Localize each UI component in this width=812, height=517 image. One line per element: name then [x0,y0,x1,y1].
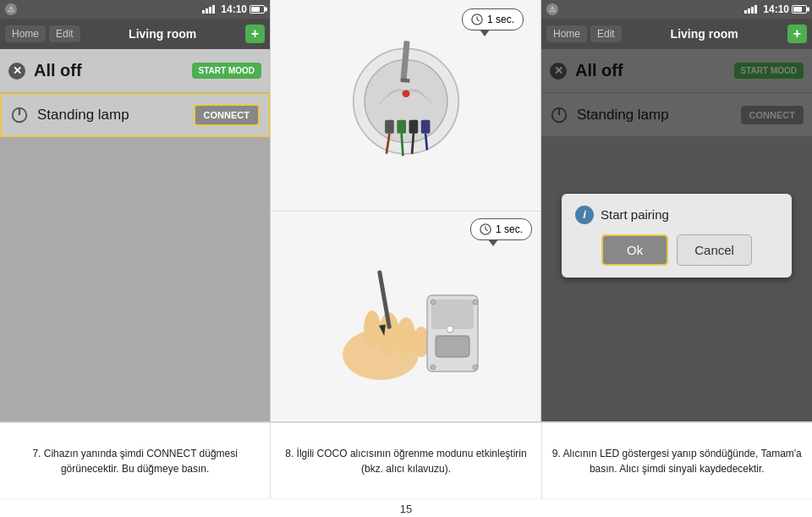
dialog-box: i Start pairing Ok Cancel [562,194,792,278]
svg-point-35 [431,365,436,370]
dialog-buttons: Ok Cancel [575,234,778,266]
svg-line-17 [425,134,427,151]
left-edit-button[interactable]: Edit [49,25,80,42]
page-number: 15 [400,503,412,515]
left-device-row: Standing lamp CONNECT [0,93,270,137]
right-bar3 [751,7,754,14]
left-status-bar: ⚠ 14:10 [0,0,270,19]
right-bar2 [748,8,750,14]
right-alarm-icon: ⚠ [546,3,558,15]
right-nav-title: Living room [625,27,784,41]
caption-right: 9. Alıcının LED göstergesi yanıp söndüğü… [542,423,812,498]
top-device-svg [330,37,482,173]
svg-line-20 [486,229,488,231]
dialog-title: Start pairing [601,207,669,222]
svg-rect-12 [409,120,418,134]
battery-fill [251,7,260,12]
svg-line-4 [477,19,480,21]
bar2 [206,8,208,14]
page-number-row: 15 [0,498,812,517]
right-battery-tip [807,8,809,12]
bottom-speech-bubble: 1 sec. [470,218,532,240]
dialog-overlay: i Start pairing Ok Cancel [541,49,812,421]
svg-rect-8 [400,79,409,83]
left-all-off-text: All off [34,61,192,80]
right-nav-bar: Home Edit Living room + [541,19,812,49]
svg-point-9 [402,90,409,97]
svg-rect-29 [431,300,474,329]
right-bar1 [744,10,747,14]
right-status-left: ⚠ [546,3,558,15]
clock-icon-top [471,14,483,25]
right-edit-button[interactable]: Edit [590,25,622,42]
svg-rect-11 [397,120,406,134]
svg-rect-10 [385,120,394,134]
bar1 [202,10,205,14]
right-bar4 [754,5,757,14]
left-phone-content: ✕ All off START MOOD Standing lamp CONNE… [0,49,270,421]
svg-point-23 [364,311,381,348]
left-gray-area [0,137,270,421]
bar3 [209,7,211,14]
dialog-title-row: i Start pairing [575,206,778,224]
bar4 [212,5,215,14]
dialog-ok-button[interactable]: Ok [601,234,668,266]
illustration-area: 1 sec. [271,0,540,421]
middle-panel: 1 sec. [271,0,541,421]
top-illustration: 1 sec. [271,0,540,212]
bottom-bubble-text: 1 sec. [496,223,523,235]
left-device-name: Standing lamp [37,107,194,124]
right-panel: ⚠ 14:10 Hom [541,0,812,421]
panels-row: ⚠ 14:10 Hom [0,0,812,422]
left-status-right: 14:10 [202,3,265,15]
left-all-off-row: ✕ All off START MOOD [0,49,270,93]
svg-line-16 [412,134,414,154]
right-plus-button[interactable]: + [787,25,807,43]
left-status-left: ⚠ [5,3,17,15]
dialog-cancel-button[interactable]: Cancel [677,234,752,266]
battery-tip [265,8,267,12]
caption-middle: 8. İlgili COCO alıcısının öğrenme modunu… [271,423,541,498]
right-home-button[interactable]: Home [546,25,587,42]
battery-icon [250,5,265,14]
right-battery-fill [793,7,802,12]
left-connect-button[interactable]: CONNECT [194,104,260,126]
top-speech-bubble: 1 sec. [462,8,524,30]
svg-rect-30 [436,336,469,357]
left-plus-button[interactable]: + [245,25,265,43]
top-bubble-text: 1 sec. [487,14,514,25]
svg-point-32 [447,326,453,333]
alarm-icon: ⚠ [5,3,17,15]
right-battery-icon [792,5,807,14]
signal-bars [202,5,215,14]
svg-point-33 [431,300,436,305]
svg-point-24 [397,317,415,355]
left-time: 14:10 [221,3,247,15]
right-signal-bars [744,5,757,14]
left-nav-bar: Home Edit Living room + [0,19,270,49]
left-panel: ⚠ 14:10 Hom [0,0,271,421]
right-time: 14:10 [763,3,789,15]
clock-icon-bottom [480,223,491,235]
left-nav-title: Living room [84,27,242,41]
bottom-device-svg [321,245,491,388]
main-layout: ⚠ 14:10 Hom [0,0,812,517]
left-home-button[interactable]: Home [5,25,46,42]
right-phone-content: ✕ All off START MOOD Standing lamp CONNE… [541,49,812,421]
svg-point-36 [473,365,478,370]
svg-point-34 [473,300,478,305]
left-close-icon: ✕ [8,63,25,80]
right-status-bar: ⚠ 14:10 [541,0,812,19]
captions-row: 7. Cihazın yanında şimdi CONNECT düğmesi… [0,422,812,498]
left-power-icon [10,106,29,124]
right-status-right: 14:10 [744,3,807,15]
left-start-mood-button[interactable]: START MOOD [192,63,261,79]
info-icon: i [575,206,594,224]
bottom-illustration: 1 sec. [271,212,540,422]
caption-left: 7. Cihazın yanında şimdi CONNECT düğmesi… [0,423,271,498]
svg-rect-13 [420,120,430,134]
svg-line-15 [401,134,403,157]
